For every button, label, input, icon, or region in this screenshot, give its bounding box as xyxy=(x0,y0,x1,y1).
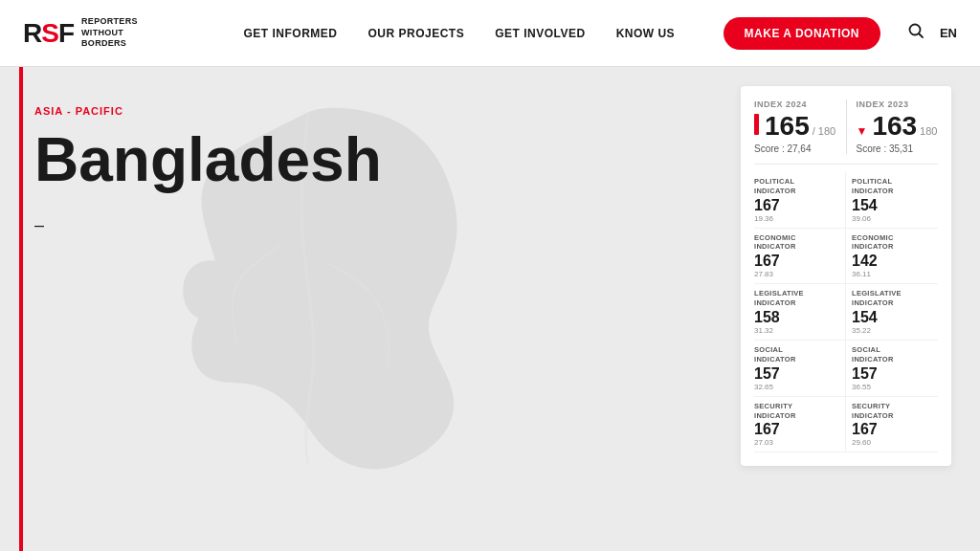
index-2024-bar xyxy=(754,114,759,135)
index-card: INDEX 2024 165 / 180 Score : 27,64 INDEX… xyxy=(741,86,951,466)
indicator-score-right-4: 29.60 xyxy=(852,438,938,447)
index-2023-total: 180 xyxy=(920,125,937,137)
indicator-score-right-1: 36.11 xyxy=(852,270,938,278)
indicator-label-left-4: SECURITYINDICATOR xyxy=(754,402,839,421)
indicator-left-1: ECONOMICINDICATOR 167 27.83 xyxy=(754,229,846,285)
svg-point-0 xyxy=(909,25,920,35)
accent-bar xyxy=(19,67,23,551)
indicator-value-right-1: 142 xyxy=(852,252,938,270)
index-2024-total: / 180 xyxy=(813,125,835,137)
indicator-score-left-0: 19.36 xyxy=(754,214,839,223)
index-2023-score: Score : 35,31 xyxy=(857,143,939,154)
indicator-value-right-3: 157 xyxy=(852,364,938,383)
index-2024-label: INDEX 2024 xyxy=(754,99,836,109)
arrow-down-icon: ▼ xyxy=(857,124,868,138)
indicator-score-left-1: 27.83 xyxy=(754,270,839,278)
header-right: EN xyxy=(880,22,957,44)
indicator-label-left-1: ECONOMICINDICATOR xyxy=(754,233,839,253)
indicator-label-right-3: SOCIALINDICATOR xyxy=(852,345,938,364)
index-divider xyxy=(846,99,847,154)
indicator-right-4: SECURITYINDICATOR 167 29.60 xyxy=(846,397,938,453)
index-2023-col: INDEX 2023 ▼ 163 180 Score : 35,31 xyxy=(857,99,939,154)
index-2023-rank-row: ▼ 163 180 xyxy=(857,113,939,140)
nav-get-involved[interactable]: GET INVOLVED xyxy=(495,27,585,40)
indicator-left-0: POLITICALINDICATOR 167 19.36 xyxy=(754,172,846,229)
index-2024-rank-row: 165 / 180 xyxy=(754,113,836,140)
indicator-score-right-3: 36.55 xyxy=(852,383,938,391)
indicator-score-left-4: 27.03 xyxy=(754,438,839,447)
indicators-divider xyxy=(754,164,938,165)
country-title: Bangladesh xyxy=(34,126,382,193)
indicator-value-right-0: 154 xyxy=(852,196,938,214)
indicator-score-right-2: 35.22 xyxy=(852,326,938,335)
indicator-value-left-3: 157 xyxy=(754,364,839,383)
language-button[interactable]: EN xyxy=(940,26,957,40)
search-icon xyxy=(907,22,924,39)
indicator-value-right-2: 154 xyxy=(852,308,938,326)
indicator-label-left-3: SOCIALINDICATOR xyxy=(754,345,839,364)
indicator-value-left-1: 167 xyxy=(754,252,839,270)
index-2024-rank: 165 xyxy=(765,113,810,140)
country-dash: – xyxy=(34,215,44,235)
indicator-score-left-3: 32.65 xyxy=(754,383,839,391)
svg-line-1 xyxy=(919,34,923,38)
index-2024-col: INDEX 2024 165 / 180 Score : 27,64 xyxy=(754,99,836,154)
indicator-right-3: SOCIALINDICATOR 157 36.55 xyxy=(846,341,938,397)
indicator-right-0: POLITICALINDICATOR 154 39.06 xyxy=(846,172,938,229)
indicator-label-right-2: LEGISLATIVEINDICATOR xyxy=(852,289,938,308)
logo-text: REPORTERS WITHOUT BORDERS xyxy=(81,16,138,50)
indicator-value-left-2: 158 xyxy=(754,308,839,326)
indicator-value-left-4: 167 xyxy=(754,420,839,438)
region-label: ASIA - PACIFIC xyxy=(34,105,123,117)
indicator-right-2: LEGISLATIVEINDICATOR 154 35.22 xyxy=(846,284,938,341)
donate-button[interactable]: MAKE A DONATION xyxy=(724,17,880,50)
main-content: ASIA - PACIFIC Bangladesh – INDEX 2024 1… xyxy=(0,67,980,551)
indicator-score-left-2: 31.32 xyxy=(754,326,839,335)
nav-know-us[interactable]: KNOW US xyxy=(616,27,676,40)
indicator-left-4: SECURITYINDICATOR 167 27.03 xyxy=(754,397,846,453)
indicator-label-left-0: POLITICALINDICATOR xyxy=(754,177,839,196)
indicator-left-3: SOCIALINDICATOR 157 32.65 xyxy=(754,341,846,397)
main-nav: GET INFORMED OUR PROJECTS GET INVOLVED K… xyxy=(195,27,724,40)
indicator-right-1: ECONOMICINDICATOR 142 36.11 xyxy=(846,229,938,285)
index-header: INDEX 2024 165 / 180 Score : 27,64 INDEX… xyxy=(754,99,938,154)
index-2024-score: Score : 27,64 xyxy=(754,143,836,154)
nav-our-projects[interactable]: OUR PROJECTS xyxy=(368,27,464,40)
index-2023-label: INDEX 2023 xyxy=(857,99,939,109)
indicator-label-right-0: POLITICALINDICATOR xyxy=(852,177,938,196)
indicator-label-right-1: ECONOMICINDICATOR xyxy=(852,233,938,253)
logo-area: RSF REPORTERS WITHOUT BORDERS xyxy=(23,16,195,50)
indicator-label-left-2: LEGISLATIVEINDICATOR xyxy=(754,289,839,308)
indicator-label-right-4: SECURITYINDICATOR xyxy=(852,402,938,421)
indicator-left-2: LEGISLATIVEINDICATOR 158 31.32 xyxy=(754,284,846,341)
rsf-logo: RSF xyxy=(23,18,74,49)
index-2023-rank: 163 xyxy=(872,113,917,140)
nav-get-informed[interactable]: GET INFORMED xyxy=(243,27,337,40)
header: RSF REPORTERS WITHOUT BORDERS GET INFORM… xyxy=(0,0,980,67)
indicator-value-right-4: 167 xyxy=(852,420,938,438)
search-button[interactable] xyxy=(907,22,924,44)
indicators-grid: POLITICALINDICATOR 167 19.36 POLITICALIN… xyxy=(754,172,938,452)
indicator-score-right-0: 39.06 xyxy=(852,214,938,223)
indicator-value-left-0: 167 xyxy=(754,196,839,214)
